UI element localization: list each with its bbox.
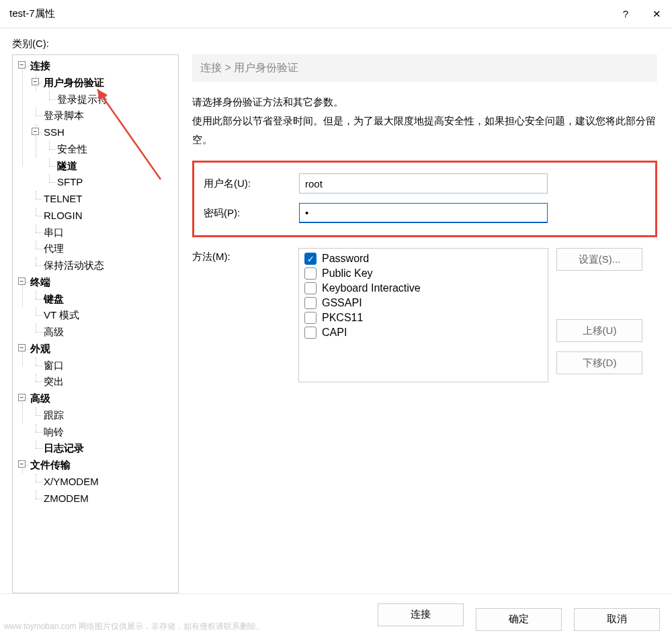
checkbox-icon[interactable]	[304, 282, 317, 294]
tree-item-user-auth[interactable]: 用户身份验证	[44, 77, 104, 88]
method-item[interactable]: GSSAPI	[304, 296, 542, 310]
tree-item-keyboard[interactable]: 键盘	[44, 293, 64, 304]
intro-line2: 使用此部分以节省登录时间。但是，为了最大限度地提高安全性，如果担心安全问题，建议…	[192, 112, 657, 149]
tree-toggle-icon[interactable]: −	[18, 394, 26, 401]
intro-text: 请选择身份验证方法和其它参数。 使用此部分以节省登录时间。但是，为了最大限度地提…	[192, 93, 657, 149]
method-item-label: GSSAPI	[322, 297, 362, 309]
category-tree[interactable]: −连接 −用户身份验证 登录提示符 登录脚本 −SSH 安全性 隧道 SFTP	[12, 54, 179, 593]
move-down-button[interactable]: 下移(D)	[556, 351, 642, 374]
tree-item-file-transfer[interactable]: 文件传输	[30, 459, 71, 470]
password-input[interactable]	[299, 203, 548, 223]
settings-panel: 连接 > 用户身份验证 请选择身份验证方法和其它参数。 使用此部分以节省登录时间…	[192, 54, 660, 593]
tree-item-rlogin[interactable]: RLOGIN	[44, 210, 83, 221]
password-label: 密码(P):	[204, 207, 299, 220]
method-item-label: Keyboard Interactive	[322, 282, 421, 294]
method-item-label: CAPI	[322, 327, 347, 339]
tree-item-logging[interactable]: 日志记录	[44, 442, 84, 454]
ok-button[interactable]: 确定	[476, 608, 562, 631]
tree-item-window[interactable]: 窗口	[44, 359, 64, 371]
method-item-label: PKCS11	[322, 312, 363, 324]
tree-toggle-icon[interactable]: −	[18, 61, 26, 69]
tree-toggle-icon[interactable]: −	[18, 278, 26, 285]
help-button[interactable]: ?	[610, 0, 641, 28]
tree-item-telnet[interactable]: TELNET	[44, 193, 83, 204]
tree-item-security[interactable]: 安全性	[57, 143, 87, 155]
tree-toggle-icon[interactable]: −	[32, 78, 39, 85]
method-list[interactable]: ✓PasswordPublic KeyKeyboard InteractiveG…	[298, 248, 548, 382]
cancel-button[interactable]: 取消	[574, 608, 660, 631]
method-label: 方法(M):	[192, 248, 298, 263]
method-item-label: Password	[322, 253, 369, 265]
checkbox-icon[interactable]	[304, 327, 317, 339]
tree-item-login-script[interactable]: 登录脚本	[44, 110, 84, 121]
tree-item-ssh[interactable]: SSH	[44, 126, 65, 138]
titlebar: test-7属性 ? ✕	[0, 0, 672, 28]
tree-item-trace[interactable]: 跟踪	[44, 409, 64, 421]
watermark-text: www.toymoban.com 网络图片仅供展示，非存储，如有侵权请联系删除。	[4, 621, 264, 632]
tree-item-appearance[interactable]: 外观	[30, 343, 50, 354]
move-up-button[interactable]: 上移(U)	[556, 319, 642, 342]
tree-item-login-prompt[interactable]: 登录提示符	[57, 93, 108, 105]
tree-item-highlight[interactable]: 突出	[44, 376, 64, 387]
intro-line1: 请选择身份验证方法和其它参数。	[192, 93, 657, 112]
breadcrumb: 连接 > 用户身份验证	[192, 54, 657, 82]
checkbox-icon[interactable]	[304, 297, 317, 309]
tree-item-zmodem[interactable]: ZMODEM	[44, 493, 89, 504]
category-label: 类别(C):	[12, 38, 660, 50]
tree-item-connection[interactable]: 连接	[30, 60, 50, 71]
tree-item-vtmode[interactable]: VT 模式	[44, 309, 79, 321]
tree-item-tunnel[interactable]: 隧道	[57, 160, 77, 171]
method-item[interactable]: CAPI	[304, 325, 542, 340]
tree-toggle-icon[interactable]: −	[18, 460, 26, 468]
highlight-frame: 用户名(U): 密码(P):	[192, 161, 657, 237]
tree-item-xymodem[interactable]: X/YMODEM	[44, 476, 99, 487]
checkbox-icon[interactable]	[304, 267, 317, 280]
tree-item-bell[interactable]: 响铃	[44, 426, 64, 437]
connect-button[interactable]: 连接	[378, 603, 464, 626]
method-item[interactable]: Public Key	[304, 266, 542, 281]
username-label: 用户名(U):	[204, 177, 299, 190]
method-item[interactable]: Keyboard Interactive	[304, 281, 542, 296]
window-title: test-7属性	[9, 7, 610, 20]
settings-button[interactable]: 设置(S)...	[556, 248, 642, 271]
method-item-label: Public Key	[322, 267, 373, 280]
tree-item-keepalive[interactable]: 保持活动状态	[44, 259, 104, 271]
tree-toggle-icon[interactable]: −	[32, 128, 39, 135]
close-button[interactable]: ✕	[641, 0, 672, 28]
tree-toggle-icon[interactable]: −	[18, 344, 26, 351]
tree-item-sftp[interactable]: SFTP	[57, 176, 83, 187]
tree-item-advanced[interactable]: 高级	[30, 392, 50, 404]
checkbox-icon[interactable]: ✓	[304, 253, 317, 265]
checkbox-icon[interactable]	[304, 312, 317, 324]
tree-item-terminal[interactable]: 终端	[30, 276, 50, 288]
tree-item-advanced-term[interactable]: 高级	[44, 326, 64, 337]
tree-item-serial[interactable]: 串口	[44, 226, 64, 238]
method-item[interactable]: ✓Password	[304, 251, 542, 266]
username-input[interactable]	[299, 173, 548, 194]
tree-item-proxy[interactable]: 代理	[44, 243, 64, 254]
method-item[interactable]: PKCS11	[304, 310, 542, 325]
